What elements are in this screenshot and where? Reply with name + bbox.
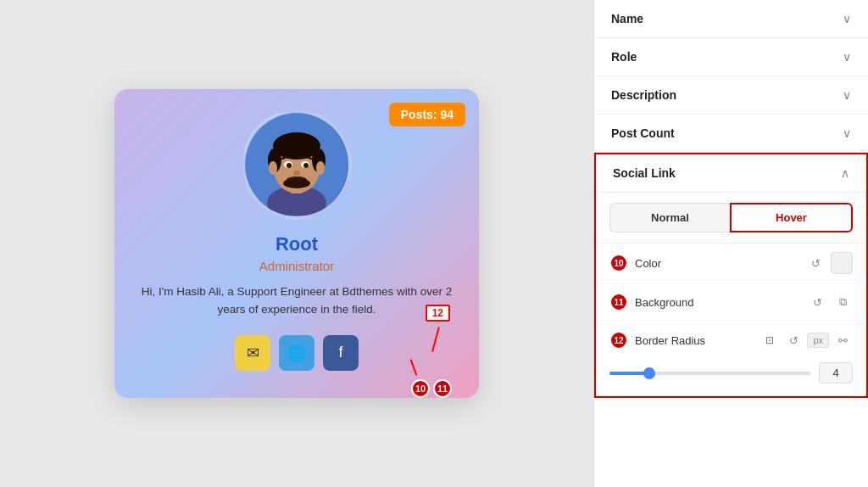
chevron-down-icon: ∨ xyxy=(843,50,851,64)
section-name-label: Name xyxy=(611,12,643,25)
annotations-bottom: 10 11 xyxy=(411,379,452,398)
annotation-12-group: 12 xyxy=(426,305,450,322)
annotation-12-box: 12 xyxy=(426,305,450,322)
arrow-line-10 xyxy=(410,359,418,375)
svg-point-14 xyxy=(269,161,277,175)
section-post-count-row[interactable]: Post Count ∨ xyxy=(594,115,868,152)
slider-thumb[interactable] xyxy=(643,367,655,379)
svg-point-9 xyxy=(287,163,292,168)
prop-12-badge: 12 xyxy=(609,331,628,350)
prop-11-badge: 11 xyxy=(609,293,628,311)
color-swatch[interactable] xyxy=(831,252,853,274)
section-role-label: Role xyxy=(611,50,637,64)
prop-color-row: 10 Color ↺ xyxy=(596,244,866,283)
slider-row: 4 xyxy=(609,359,853,387)
profile-card: Posts: 94 xyxy=(114,89,479,398)
email-button[interactable]: ✉ xyxy=(235,335,270,371)
svg-point-11 xyxy=(293,171,300,176)
background-actions: ↺ ⧉ xyxy=(807,292,853,312)
svg-point-10 xyxy=(303,163,309,168)
section-post-count: Post Count ∨ xyxy=(594,115,868,153)
posts-badge: Posts: 94 xyxy=(389,103,465,126)
link-radius-icon[interactable]: ⚯ xyxy=(832,330,853,350)
section-role-row[interactable]: Role ∨ xyxy=(594,38,868,76)
copy-background-icon[interactable]: ⧉ xyxy=(832,292,853,312)
reset-radius-icon[interactable]: ↺ xyxy=(783,330,804,350)
chevron-down-icon: ∨ xyxy=(843,126,851,140)
annotation-10-circle: 10 xyxy=(411,379,430,398)
chevron-down-icon: ∨ xyxy=(843,12,851,25)
radius-controls: ⊡ ↺ px ⚯ xyxy=(760,330,853,350)
section-role: Role ∨ xyxy=(594,38,868,76)
section-description-label: Description xyxy=(611,88,676,102)
section-name-row[interactable]: Name ∨ xyxy=(594,0,868,37)
facebook-button[interactable]: f xyxy=(323,335,359,371)
profile-role: Administrator xyxy=(135,259,459,273)
border-radius-top: 12 Border Radius ⊡ ↺ px ⚯ xyxy=(609,330,853,350)
slider-track[interactable] xyxy=(609,372,810,375)
section-social-link-header[interactable]: Social Link ∧ xyxy=(596,154,866,193)
tab-hover[interactable]: Hover xyxy=(730,203,853,232)
annotation-11-circle: 11 xyxy=(433,379,452,398)
section-description: Description ∨ xyxy=(594,76,868,115)
slider-value[interactable]: 4 xyxy=(819,362,853,383)
svg-point-15 xyxy=(316,161,325,175)
arrow-line-12 xyxy=(431,327,440,351)
section-name: Name ∨ xyxy=(594,0,868,38)
section-description-row[interactable]: Description ∨ xyxy=(594,76,868,114)
prop-10-badge: 10 xyxy=(609,254,628,272)
tab-normal[interactable]: Normal xyxy=(609,203,730,232)
social-links: ✉ 🌐 f 12 10 11 xyxy=(135,335,459,371)
prop-background-label: Background xyxy=(635,296,800,309)
section-social-link: Social Link ∧ Normal Hover 10 Color ↺ 11… xyxy=(594,153,868,398)
reset-color-icon[interactable]: ↺ xyxy=(805,253,826,273)
reset-background-icon[interactable]: ↺ xyxy=(807,292,827,312)
avatar-image xyxy=(246,114,348,216)
prop-border-radius-row: 12 Border Radius ⊡ ↺ px ⚯ 4 xyxy=(596,322,866,396)
prop-color-label: Color xyxy=(635,257,798,270)
responsive-icon[interactable]: ⊡ xyxy=(760,330,780,350)
section-post-count-label: Post Count xyxy=(611,126,675,140)
tab-row: Normal Hover xyxy=(596,193,866,244)
prop-border-radius-label: Border Radius xyxy=(635,334,753,347)
globe-button[interactable]: 🌐 xyxy=(279,335,314,371)
preview-panel: Posts: 94 xyxy=(0,0,593,487)
avatar xyxy=(242,109,352,220)
profile-description: Hi, I'm Hasib Ali, a Support Engineer at… xyxy=(135,283,459,318)
chevron-up-icon: ∧ xyxy=(841,166,849,180)
chevron-down-icon: ∨ xyxy=(843,88,851,102)
section-social-link-label: Social Link xyxy=(613,166,676,180)
settings-panel: Name ∨ Role ∨ Description ∨ Post Count ∨… xyxy=(593,0,868,487)
profile-name: Root xyxy=(135,233,459,255)
prop-background-row: 11 Background ↺ ⧉ xyxy=(596,283,866,322)
unit-badge[interactable]: px xyxy=(807,333,829,348)
svg-point-13 xyxy=(283,178,310,188)
color-actions: ↺ xyxy=(805,252,853,274)
